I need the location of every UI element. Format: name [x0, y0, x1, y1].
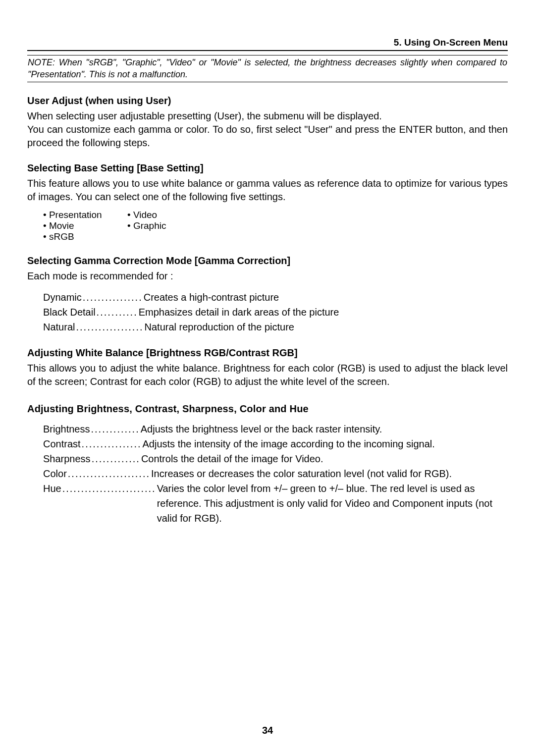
leader-dots: ................ — [82, 290, 144, 305]
heading-user-adjust: User Adjust (when using User) — [27, 95, 508, 107]
def-desc: Controls the detail of the image for Vid… — [141, 451, 508, 466]
list-item: Black Detail ........... Emphasizes deta… — [43, 305, 508, 320]
def-desc: Creates a high-contrast picture — [144, 290, 508, 305]
list-item: Contrast ................ Adjusts the in… — [43, 436, 508, 451]
list-item: Dynamic ................ Creates a high-… — [43, 290, 508, 305]
paragraph: You can customize each gamma or color. T… — [27, 123, 508, 150]
def-desc: Adjusts the brightness level or the back… — [141, 422, 508, 436]
heading-white-balance: Adjusting White Balance [Brightness RGB/… — [27, 347, 508, 359]
def-label: Brightness — [43, 422, 90, 436]
list-item: Sharpness ............. Controls the det… — [43, 451, 508, 466]
bullet-item: • Presentation — [43, 210, 127, 220]
heading-gamma: Selecting Gamma Correction Mode [Gamma C… — [27, 255, 508, 267]
heading-adjusting-all: Adjusting Brightness, Contrast, Sharpnes… — [27, 403, 508, 415]
chapter-header: 5. Using On-Screen Menu — [27, 37, 508, 51]
note-text: NOTE: When "sRGB", "Graphic", "Video" or… — [28, 56, 507, 81]
paragraph: When selecting user adjustable presettin… — [27, 109, 508, 123]
bullet-item: • sRGB — [43, 231, 127, 242]
leader-dots: ......................... — [61, 481, 157, 496]
def-desc: Emphasizes detail in dark areas of the p… — [139, 305, 508, 320]
def-label: Contrast — [43, 436, 81, 451]
paragraph: This feature allows you to use white bal… — [27, 177, 508, 204]
def-desc: Adjusts the intensity of the image accor… — [143, 436, 508, 451]
manual-page: 5. Using On-Screen Menu NOTE: When "sRGB… — [0, 0, 535, 756]
leader-dots: ...................... — [67, 466, 151, 481]
def-label: Natural — [43, 320, 75, 334]
leader-dots: ............. — [90, 422, 141, 436]
paragraph: This allows you to adjust the white bala… — [27, 362, 508, 388]
def-desc: Natural reproduction of the picture — [145, 320, 508, 334]
def-desc: Increases or decreases the color saturat… — [151, 466, 508, 481]
leader-dots: ........... — [96, 305, 139, 320]
page-number: 34 — [0, 725, 535, 736]
def-label: Hue — [43, 481, 61, 496]
list-item: Brightness ............. Adjusts the bri… — [43, 422, 508, 436]
leader-dots: .................. — [75, 320, 144, 334]
def-label: Black Detail — [43, 305, 96, 320]
list-item: Color ...................... Increases o… — [43, 466, 508, 481]
leader-dots: ............. — [91, 451, 141, 466]
leader-dots: ................ — [81, 436, 143, 451]
list-item: Hue ......................... Varies the… — [43, 481, 508, 526]
def-label: Color — [43, 466, 67, 481]
adjust-list: Brightness ............. Adjusts the bri… — [43, 422, 508, 526]
note-rule-bottom — [27, 82, 508, 82]
bullet-item: • Movie — [43, 220, 127, 231]
paragraph: Each mode is recommended for : — [27, 270, 508, 283]
def-label: Sharpness — [43, 451, 91, 466]
note-rule-top — [27, 55, 508, 55]
bullet-item: • Video — [127, 210, 212, 220]
bullet-item: • Graphic — [127, 220, 212, 231]
list-item: Natural .................. Natural repro… — [43, 320, 508, 334]
def-desc: Varies the color level from +/– green to… — [157, 481, 508, 526]
gamma-mode-list: Dynamic ................ Creates a high-… — [43, 290, 508, 334]
base-setting-bullets: • Presentation • Video • Movie • Graphic… — [43, 210, 508, 242]
def-label: Dynamic — [43, 290, 82, 305]
heading-base-setting: Selecting Base Setting [Base Setting] — [27, 162, 508, 174]
